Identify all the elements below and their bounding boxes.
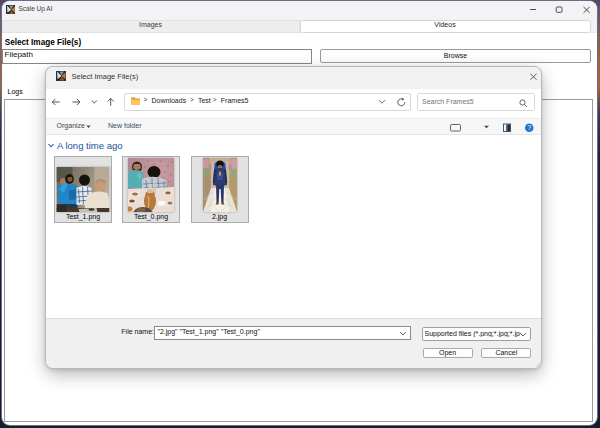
svg-text:?: ? — [527, 124, 531, 131]
